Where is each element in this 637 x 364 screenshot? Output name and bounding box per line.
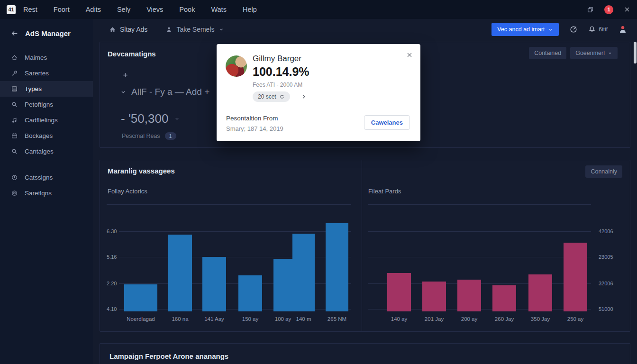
x-axis-label: 150 ay <box>242 316 259 322</box>
account-selector-label: Take Semels <box>176 26 214 33</box>
left-chart-title: Follay Actorics <box>108 188 147 195</box>
bar-160 na <box>168 235 192 311</box>
campaign-filter[interactable]: AllF - Fy a — Add + <box>120 87 209 97</box>
sidebar-item-catssigns[interactable]: Catssigns <box>0 170 93 185</box>
search-icon <box>11 101 18 108</box>
sidebar-item-label: Saretlqns <box>25 190 52 197</box>
calendar-icon <box>11 132 18 139</box>
duration-pill[interactable]: 20 scet <box>253 91 290 102</box>
person-icon <box>165 26 173 33</box>
duration-pill-label: 20 scet <box>258 93 276 100</box>
bar-265 NM <box>326 223 348 311</box>
goeenmerl-button-label: Goeenmerl <box>575 50 605 56</box>
report-title: Lampaign Ferpoet Arone ananangs <box>109 352 228 360</box>
bar-140 ay <box>387 273 411 311</box>
x-axis-label: 350 Jay <box>531 316 550 322</box>
app-logo: 41 <box>7 5 16 14</box>
contained-button[interactable]: Contained <box>529 47 566 59</box>
campaign-count-badge: 1 <box>165 132 176 140</box>
sidebar-item-maimes[interactable]: Maimes <box>0 50 93 65</box>
modal-close-icon[interactable] <box>406 52 413 58</box>
y-axis-tick: 4.10 <box>107 306 117 312</box>
presentation-date: Smary; 187 14, 2019 <box>226 125 283 132</box>
notification-badge[interactable]: 1 <box>604 5 613 14</box>
x-axis-label: 260 Jay <box>495 316 514 322</box>
followers-bar-chart: 6.305.162.204.10Noerdlagad160 na141 Aay1… <box>107 204 355 323</box>
presentation-label: Pesontaltion From <box>226 115 278 122</box>
cawelanes-button[interactable]: Cawelanes <box>364 115 410 130</box>
menu-item-sely[interactable]: Sely <box>117 6 130 13</box>
gridline <box>368 231 591 232</box>
x-axis-label: 201 Jay <box>425 316 444 322</box>
sidebar-item-label: Bockages <box>25 132 53 139</box>
user-avatar[interactable] <box>618 25 628 34</box>
chevron-down-icon <box>608 51 612 55</box>
back-icon[interactable] <box>10 29 18 37</box>
menu-item-wats[interactable]: Wats <box>211 6 227 13</box>
app-menu: RestFoortAditsSelyVievsPookWatsHelp <box>23 6 257 13</box>
connalniy-button[interactable]: Connalniy <box>585 165 622 178</box>
history-clock-icon[interactable] <box>569 25 578 34</box>
menu-item-foort[interactable]: Foort <box>54 6 70 13</box>
x-axis-label: Noerdlagad <box>127 316 155 322</box>
menu-item-vievs[interactable]: Vievs <box>146 6 163 13</box>
sidebar-item-cantaiges[interactable]: Cantaiges <box>0 144 93 159</box>
profile-name: Gillmy Barger <box>253 54 301 64</box>
sidebar-item-bockages[interactable]: Bockages <box>0 128 93 144</box>
menu-item-help[interactable]: Help <box>243 6 257 13</box>
sidebar-item-saretlqns[interactable]: Saretlqns <box>0 185 93 201</box>
notifications[interactable]: 6itif <box>588 26 608 33</box>
campaigns-title: Devcamatigns <box>108 50 156 58</box>
chart-plot-area: 6.305.162.204.10Noerdlagad160 na141 Aay1… <box>107 204 351 311</box>
x-axis-label: 140 ay <box>391 316 408 322</box>
secondary-topbar: Sltay Ads Take Semels Vec ancd ad imart <box>93 19 637 40</box>
bar-141 Aay <box>202 257 226 311</box>
y-axis-tick: 5.16 <box>107 254 117 260</box>
nav-stay-ads[interactable]: Sltay Ads <box>109 26 147 33</box>
add-icon[interactable] <box>122 72 129 79</box>
nav-stay-ads-label: Sltay Ads <box>120 26 147 33</box>
metrics-panel: Maranlig vassagees Connalniy Follay Acto… <box>100 160 630 332</box>
campaign-sub-label: Pescmal Reas <box>122 133 160 139</box>
window-restore-icon[interactable] <box>587 6 594 13</box>
sidebar: AdS Manager MaimesSarertesTypesPetoftign… <box>0 19 93 364</box>
bar-200 ay <box>457 280 481 311</box>
campaign-amount[interactable]: - '50,300 <box>121 111 180 126</box>
home-icon <box>11 54 18 61</box>
cawelanes-button-label: Cawelanes <box>371 119 403 126</box>
refresh-icon <box>279 94 285 100</box>
chevron-right-icon[interactable] <box>300 93 307 100</box>
sidebar-item-label: Cadflielings <box>25 117 58 124</box>
connalniy-button-label: Connalniy <box>591 168 617 175</box>
sidebar-item-label: Types <box>25 85 42 92</box>
y-axis-tick: 23005 <box>599 254 613 260</box>
y-axis-tick: 2.20 <box>107 281 117 286</box>
campaign-amount-value: - '50,300 <box>121 111 168 126</box>
target-icon <box>11 190 18 197</box>
sidebar-item-types[interactable]: Types <box>0 81 93 97</box>
scrollbar-thumb[interactable] <box>634 42 637 64</box>
profile-percent: 100.14.9% <box>253 65 309 79</box>
sidebar-item-cadflielings[interactable]: Cadflielings <box>0 112 93 128</box>
x-axis-label: 250 ay <box>567 316 584 322</box>
menu-item-rest[interactable]: Rest <box>23 6 37 13</box>
bar-100 ay <box>273 259 292 311</box>
sidebar-item-petoftigns[interactable]: Petoftigns <box>0 97 93 112</box>
bar-350 Jay <box>528 274 552 311</box>
fleet-bar-chart: 42006230053200651000140 ay201 Jay200 ay2… <box>368 204 624 323</box>
primary-action-button[interactable]: Vec ancd ad imart <box>491 23 559 36</box>
sidebar-item-sarertes[interactable]: Sarertes <box>0 65 93 81</box>
goeenmerl-dropdown-button[interactable]: Goeenmerl <box>570 47 618 59</box>
chevron-down-icon <box>174 116 180 122</box>
chart-plot-area: 42006230053200651000140 ay201 Jay200 ay2… <box>368 204 591 311</box>
report-panel: Lampaign Ferpoet Arone ananangs <box>100 343 630 364</box>
y-axis-tick: 51000 <box>599 306 613 312</box>
profile-avatar <box>226 55 247 77</box>
menu-item-adits[interactable]: Adits <box>86 6 101 13</box>
account-selector[interactable]: Take Semels <box>165 26 224 33</box>
y-axis-tick: 32006 <box>599 281 613 286</box>
close-icon[interactable] <box>624 6 630 13</box>
menu-item-pook[interactable]: Pook <box>179 6 195 13</box>
sidebar-item-label: Catssigns <box>25 174 53 181</box>
note-icon <box>11 117 18 124</box>
